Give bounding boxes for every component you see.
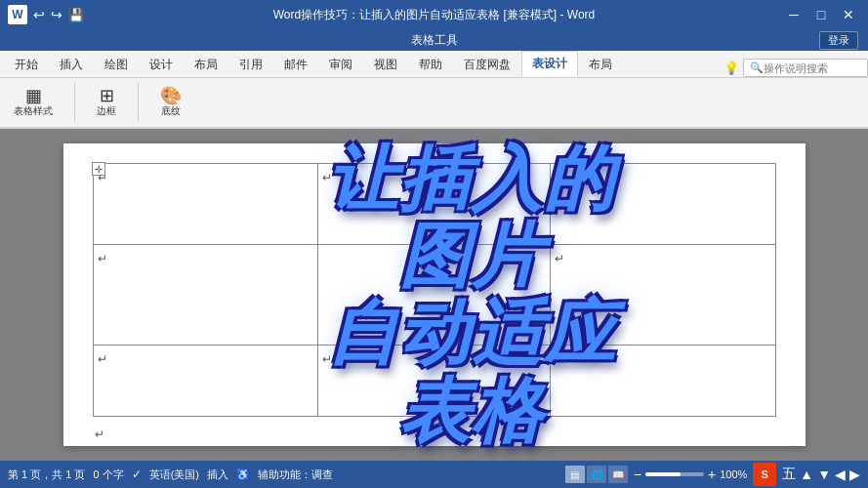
maximize-btn[interactable]: □	[809, 3, 833, 26]
table-cell[interactable]: ↵	[93, 346, 318, 417]
ribbon-divider-2	[138, 83, 139, 122]
print-view-btn[interactable]: ▤	[565, 466, 585, 483]
taskbar-icon-4[interactable]: ◀	[835, 467, 846, 482]
ribbon-btn-shading[interactable]: 🎨 底纹	[154, 85, 187, 120]
view-mode-icons: ▤ 🌐 📖	[565, 466, 628, 483]
word-table[interactable]: ↵ ↵ ↵ ↵ ↵ ↵ ↵ ↵	[93, 163, 776, 417]
window-title: Word操作技巧：让插入的图片自动适应表格 [兼容模式] - Word	[273, 7, 596, 23]
undo-btn[interactable]: ↩	[33, 7, 45, 22]
tab-review[interactable]: 审阅	[318, 52, 363, 77]
login-button[interactable]: 登录	[819, 31, 858, 50]
tab-insert[interactable]: 插入	[49, 52, 94, 77]
zoom-in-btn[interactable]: +	[708, 467, 716, 482]
tab-draw[interactable]: 绘图	[94, 52, 139, 77]
taskbar-icon-5[interactable]: ▶	[849, 467, 860, 482]
wps-logo: S	[753, 463, 776, 486]
tab-home[interactable]: 开始	[4, 52, 49, 77]
accessibility-icon: ♿	[236, 468, 250, 481]
light-bulb-icon: 💡	[723, 61, 739, 75]
tab-layout[interactable]: 布局	[184, 52, 228, 77]
title-bar: W ↩ ↪ 💾 Word操作技巧：让插入的图片自动适应表格 [兼容模式] - W…	[0, 0, 868, 29]
taskbar-icon-2[interactable]: ▲	[800, 467, 813, 482]
taskbar-icon-1[interactable]: 五	[782, 466, 796, 483]
tab-references[interactable]: 引用	[228, 52, 273, 77]
menu-tabs-bar: 开始 插入 绘图 设计 布局 引用 邮件 审阅 视图 帮助 百度网盘 表设计 布…	[0, 51, 868, 78]
help-search-box[interactable]: 🔍	[743, 59, 868, 77]
ribbon-divider-1	[74, 83, 75, 122]
paragraph-mark: ↵	[95, 427, 104, 441]
table-cell[interactable]	[318, 244, 551, 346]
search-icon: 🔍	[750, 61, 764, 74]
document-area: ✛ ↵ ↵ ↵ ↵ ↵ ↵ ↵ ↵ ↵ 让插入的 图片 自动	[0, 129, 868, 461]
app-logo: W	[8, 5, 27, 24]
char-count: 0 个字	[93, 468, 123, 482]
status-bar-right: ▤ 🌐 📖 − + 100% S 五 ▲ ▼ ◀ ▶	[565, 463, 860, 486]
table-tools-label: 表格工具	[411, 32, 458, 49]
table-cell[interactable]: ↵	[318, 164, 551, 245]
zoom-fill	[645, 472, 681, 476]
read-view-btn[interactable]: 📖	[608, 466, 628, 483]
zoom-slider[interactable]	[645, 472, 704, 476]
language-indicator[interactable]: 英语(美国)	[149, 468, 199, 482]
taskbar-icon-3[interactable]: ▼	[817, 467, 831, 482]
table-cell[interactable]: ↵	[318, 346, 551, 417]
ribbon-toolbar: ▦ 表格样式 ⊞ 边框 🎨 底纹	[0, 78, 868, 129]
zoom-percent: 100%	[720, 468, 747, 480]
table-row: ↵ ↵ ↵	[93, 164, 775, 245]
table-style-icon: ▦	[25, 87, 42, 104]
tab-table-layout[interactable]: 布局	[578, 52, 623, 77]
insert-mode[interactable]: 插入	[207, 468, 228, 482]
table-row: ↵ ↵ ↵	[93, 346, 775, 417]
quick-save-btn[interactable]: 💾	[68, 8, 84, 22]
tab-view[interactable]: 视图	[363, 52, 408, 77]
word-page: ✛ ↵ ↵ ↵ ↵ ↵ ↵ ↵ ↵ ↵ 让插入的 图片 自动	[63, 143, 806, 446]
tab-mail[interactable]: 邮件	[273, 52, 318, 77]
page-count: 第 1 页，共 1 页	[8, 468, 85, 482]
spell-check-icon[interactable]: ✓	[132, 468, 142, 481]
table-tools-bar: 表格工具 登录	[0, 29, 868, 51]
accessibility-label: 辅助功能：调查	[258, 468, 333, 482]
taskbar-icons: 五 ▲ ▼ ◀ ▶	[782, 466, 860, 483]
ribbon-btn-borders[interactable]: ⊞ 边框	[91, 85, 122, 120]
zoom-out-btn[interactable]: −	[634, 467, 641, 482]
tab-table-design[interactable]: 表设计	[521, 51, 578, 77]
table-cell[interactable]: ↵	[93, 164, 318, 245]
ribbon-btn-1[interactable]: ▦ 表格样式	[8, 85, 59, 120]
shading-icon: 🎨	[160, 87, 182, 104]
tab-design[interactable]: 设计	[139, 52, 184, 77]
table-cell[interactable]: ↵	[93, 244, 318, 346]
table-cell[interactable]: ↵	[550, 244, 775, 346]
redo-btn[interactable]: ↪	[51, 7, 62, 22]
window-controls: ─ □ ✕	[782, 3, 860, 26]
borders-icon: ⊞	[100, 87, 114, 104]
tab-baidu[interactable]: 百度网盘	[453, 52, 521, 77]
zoom-control: − + 100%	[634, 467, 748, 482]
table-row: ↵ ↵	[93, 244, 775, 346]
minimize-btn[interactable]: ─	[782, 3, 806, 26]
title-bar-left: W ↩ ↪ 💾	[8, 5, 84, 24]
status-bar: 第 1 页，共 1 页 0 个字 ✓ 英语(美国) 插入 ♿ 辅助功能：调查 ▤…	[0, 461, 868, 488]
help-search-area: 💡 🔍	[723, 59, 868, 77]
help-search-input[interactable]	[764, 62, 861, 74]
table-move-handle[interactable]: ✛	[92, 162, 105, 176]
table-cell[interactable]: ↵	[550, 346, 775, 417]
table-cell[interactable]: ↵	[550, 164, 775, 245]
tab-help[interactable]: 帮助	[408, 52, 453, 77]
close-btn[interactable]: ✕	[837, 3, 860, 26]
web-view-btn[interactable]: 🌐	[587, 466, 606, 483]
